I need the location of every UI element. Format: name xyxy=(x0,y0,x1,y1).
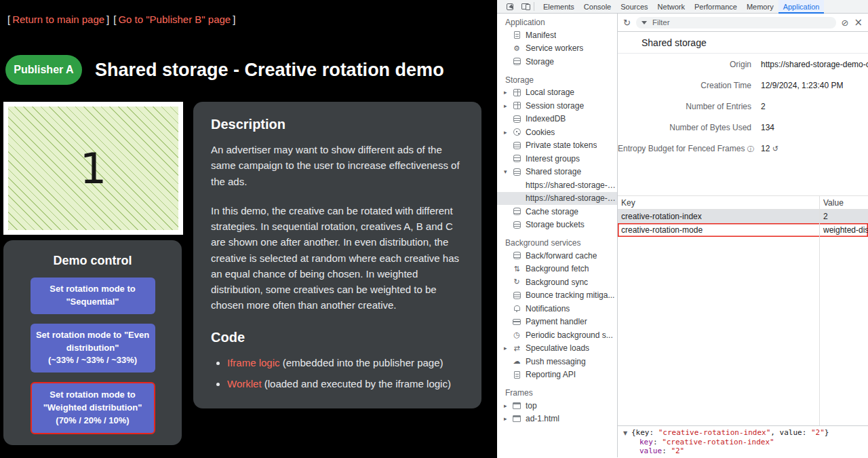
close-icon[interactable]: × xyxy=(854,16,863,28)
column-divider xyxy=(819,196,820,425)
button-sublabel: (70% / 20% / 10%) xyxy=(36,415,150,427)
top-nav: [Return to main page][Go to "Publisher B… xyxy=(5,14,237,25)
rotation-weighted-button[interactable]: Set rotation mode to "Weighted distribut… xyxy=(31,382,155,434)
sidebar-item-background-fetch[interactable]: ⇅ Background fetch xyxy=(497,263,617,276)
database-icon xyxy=(513,292,521,299)
refresh-icon[interactable]: ↻ xyxy=(623,18,631,28)
section-header: Background services xyxy=(497,237,617,249)
payment-card-icon xyxy=(513,319,521,325)
devtools-window: Elements Console Sources Network Perform… xyxy=(497,0,868,458)
bracket: ] xyxy=(233,14,235,25)
filter-input[interactable] xyxy=(651,18,831,27)
tab-network[interactable]: Network xyxy=(653,0,690,14)
table-row-creative-rotation-index[interactable]: creative-rotation-index 2 xyxy=(618,210,868,223)
button-sublabel: (~33% / ~33% / ~33%) xyxy=(35,354,151,367)
database-icon xyxy=(513,115,521,123)
database-icon xyxy=(513,58,521,65)
tab-memory[interactable]: Memory xyxy=(742,0,778,14)
creative-number: 1 xyxy=(80,144,106,193)
database-icon xyxy=(513,168,521,176)
section-header: Storage xyxy=(497,74,617,86)
sidebar-item-storage-buckets[interactable]: Storage buckets xyxy=(497,218,617,232)
cookie-icon xyxy=(513,128,521,136)
sidebar-item-session-storage[interactable]: ▸ Session storage xyxy=(497,99,617,113)
document-icon xyxy=(514,371,520,379)
sidebar-item-bounce-tracking[interactable]: Bounce tracking mitiga... xyxy=(497,289,617,303)
sidebar-item-payment-handler[interactable]: Payment handler xyxy=(497,316,617,329)
sidebar-item-back-forward-cache[interactable]: Back/forward cache xyxy=(497,249,617,263)
metadata-report: Origin https://shared-storage-demo-co Cr… xyxy=(618,54,868,159)
iframe-logic-link[interactable]: Iframe logic xyxy=(227,357,280,368)
device-toolbar-button[interactable] xyxy=(517,0,532,14)
tab-console[interactable]: Console xyxy=(579,0,616,14)
application-sidebar: Application Manifest ⚙ Service workers xyxy=(497,14,618,457)
sidebar-item-private-state-tokens[interactable]: Private state tokens xyxy=(497,139,617,153)
publisher-b-link[interactable]: Go to "Publisher B" page xyxy=(118,14,231,25)
chevron-collapsed-icon[interactable]: ▸ xyxy=(504,102,512,109)
rotation-even-button[interactable]: Set rotation mode to "Even distribution"… xyxy=(31,324,155,373)
fetch-arrows-icon: ⇅ xyxy=(513,265,519,273)
filter-box[interactable] xyxy=(636,17,836,28)
creative-ad: 1 xyxy=(8,107,178,230)
pane-title: Shared storage xyxy=(618,32,868,54)
tab-performance[interactable]: Performance xyxy=(690,0,742,14)
inspect-element-button[interactable] xyxy=(502,0,517,14)
separator xyxy=(534,2,534,11)
iframe-icon xyxy=(513,415,521,422)
table-row-creative-rotation-mode[interactable]: creative-rotation-mode weighted-distribu… xyxy=(618,223,868,237)
creative-ad-frame: 1 xyxy=(3,102,183,235)
metadata-row-entries: Number of Entries 2 xyxy=(618,96,868,117)
sidebar-item-shared-storage-origin-1[interactable]: https://shared-storage-d... xyxy=(497,178,617,192)
sidebar-item-local-storage[interactable]: ▸ Local storage xyxy=(497,86,617,100)
devtools-body: Application Manifest ⚙ Service workers xyxy=(497,14,868,457)
chevron-expanded-icon[interactable]: ▾ xyxy=(504,168,512,175)
sidebar-item-interest-groups[interactable]: Interest groups xyxy=(497,152,617,166)
screen: [Return to main page][Go to "Publisher B… xyxy=(0,0,868,458)
bracket: ] xyxy=(106,14,109,25)
sidebar-item-cache-storage[interactable]: Cache storage xyxy=(497,205,617,218)
sidebar-item-notifications[interactable]: Notifications xyxy=(497,302,617,316)
sidebar-item-speculative-loads[interactable]: ▸ ⇄ Speculative loads xyxy=(497,342,617,356)
preview-entry-key: key: "creative-rotation-index" xyxy=(623,438,863,447)
sidebar-item-cookies[interactable]: ▸ Cookies xyxy=(497,126,617,139)
triangle-down-icon[interactable]: ▼ xyxy=(623,429,631,438)
chevron-collapsed-icon[interactable]: ▸ xyxy=(504,415,512,422)
sidebar-item-shared-storage[interactable]: ▾ Shared storage xyxy=(497,166,617,179)
sidebar-item-frame-top[interactable]: ▸ top xyxy=(497,399,617,413)
rotation-sequential-button[interactable]: Set rotation mode to "Sequential" xyxy=(31,278,155,314)
chevron-collapsed-icon[interactable]: ▸ xyxy=(504,345,512,351)
entries-table: Key Value creative-rotation-index 2 crea… xyxy=(618,195,868,425)
tab-application[interactable]: Application xyxy=(778,0,825,14)
worklet-link[interactable]: Worklet xyxy=(227,378,262,389)
sidebar-item-reporting-api[interactable]: Reporting API xyxy=(497,368,617,382)
preview-entry-value: value: "2" xyxy=(623,446,863,456)
chevron-collapsed-icon[interactable]: ▸ xyxy=(504,89,512,96)
clear-icon[interactable]: ⊘ xyxy=(842,18,849,28)
sidebar-item-service-workers[interactable]: ⚙ Service workers xyxy=(497,42,617,56)
bracket: [ xyxy=(113,14,116,25)
sidebar-item-background-sync[interactable]: ↻ Background sync xyxy=(497,275,617,289)
pane-toolbar: ↻ ⊘ × xyxy=(618,14,868,32)
info-icon[interactable]: ⓘ xyxy=(747,145,754,153)
sidebar-section-frames: Frames ▸ top ▸ ad-1.html xyxy=(497,387,617,425)
sidebar-item-push-messaging[interactable]: ☁ Push messaging xyxy=(497,355,617,368)
sidebar-item-shared-storage-origin-2[interactable]: https://shared-storage-d... xyxy=(497,192,617,206)
inspect-icon xyxy=(507,3,513,10)
sidebar-item-frame-ad-1[interactable]: ▸ ad-1.html xyxy=(497,413,617,426)
return-main-link[interactable]: Return to main page xyxy=(12,14,104,25)
chevron-collapsed-icon[interactable]: ▸ xyxy=(504,402,512,409)
database-icon xyxy=(513,221,521,229)
reset-budget-icon[interactable]: ↺ xyxy=(772,145,778,153)
list-item: Worklet (loaded and executed by the ifra… xyxy=(227,376,464,392)
sidebar-item-storage[interactable]: Storage xyxy=(497,55,617,69)
chevron-collapsed-icon[interactable]: ▸ xyxy=(504,129,512,136)
tab-sources[interactable]: Sources xyxy=(616,0,652,14)
tab-elements[interactable]: Elements xyxy=(538,0,579,14)
preview-summary: ▼{key: "creative-rotation-index", value:… xyxy=(623,428,863,438)
sidebar-item-manifest[interactable]: Manifest xyxy=(497,28,617,42)
sidebar-item-periodic-background-sync[interactable]: ◷ Periodic background s... xyxy=(497,328,617,342)
sidebar-section-background-services: Background services Back/forward cache ⇅… xyxy=(497,237,617,381)
button-label: Set rotation mode to "Weighted distribut… xyxy=(36,389,150,415)
column-header-key: Key xyxy=(618,196,819,209)
sidebar-item-indexeddb[interactable]: IndexedDB xyxy=(497,113,617,126)
